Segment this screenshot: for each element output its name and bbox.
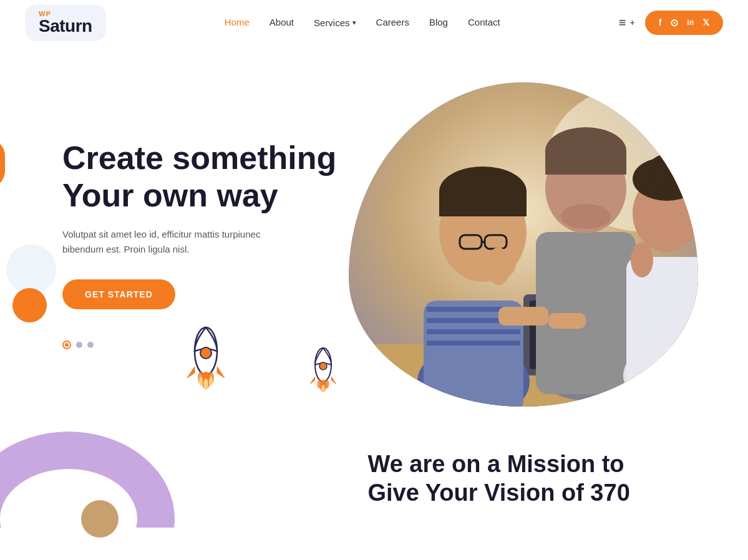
nav-blog[interactable]: Blog bbox=[429, 17, 448, 27]
logo-name: Saturn bbox=[39, 17, 92, 35]
hero-description: Volutpat sit amet leo id, efficitur matt… bbox=[62, 227, 287, 257]
svg-rect-57 bbox=[548, 313, 586, 329]
facebook-icon[interactable]: f bbox=[659, 17, 662, 27]
svg-rect-38 bbox=[439, 191, 527, 216]
navbar: WP Saturn Home About Services Careers Bl… bbox=[0, 0, 748, 45]
svg-point-7 bbox=[209, 377, 213, 385]
svg-point-9 bbox=[319, 362, 327, 370]
svg-rect-45 bbox=[536, 232, 636, 394]
hero-content: Create something Your own way Volutpat s… bbox=[62, 140, 349, 349]
svg-point-55 bbox=[631, 243, 653, 278]
blob-orange-top bbox=[0, 138, 5, 188]
purple-arc bbox=[0, 432, 175, 556]
nav-right: ≡+ f ⊙ in 𝕏 bbox=[619, 11, 723, 35]
svg-rect-35 bbox=[427, 340, 520, 345]
hero-section: Create something Your own way Volutpat s… bbox=[0, 45, 748, 432]
rocket-large-icon bbox=[181, 323, 231, 394]
svg-point-6 bbox=[203, 379, 208, 390]
rocket-small-icon bbox=[306, 345, 341, 397]
svg-point-13 bbox=[321, 385, 325, 392]
svg-point-49 bbox=[561, 204, 611, 229]
person-peek bbox=[81, 500, 119, 538]
hero-image-circle bbox=[349, 82, 698, 407]
get-started-button[interactable]: GET STARTED bbox=[62, 279, 175, 309]
svg-rect-51 bbox=[626, 257, 698, 394]
svg-point-54 bbox=[648, 154, 686, 185]
svg-rect-34 bbox=[427, 329, 520, 334]
svg-point-5 bbox=[199, 377, 203, 385]
dot-1[interactable] bbox=[62, 340, 71, 349]
svg-point-12 bbox=[325, 380, 329, 389]
nav-services[interactable]: Services bbox=[314, 17, 356, 28]
nav-about[interactable]: About bbox=[270, 17, 294, 27]
nav-careers[interactable]: Careers bbox=[376, 17, 409, 27]
nav-links: Home About Services Careers Blog Contact bbox=[225, 17, 500, 28]
blob-orange-bottom bbox=[12, 288, 47, 322]
blob-circle-light bbox=[6, 244, 56, 294]
linkedin-icon[interactable]: in bbox=[687, 18, 694, 27]
social-buttons: f ⊙ in 𝕏 bbox=[645, 11, 723, 35]
svg-point-1 bbox=[200, 347, 211, 359]
hamburger-menu[interactable]: ≡+ bbox=[619, 16, 635, 30]
mission-title: We are on a Mission to Give Your Vision … bbox=[368, 450, 699, 507]
nav-home[interactable]: Home bbox=[225, 17, 250, 27]
hero-image-area bbox=[349, 82, 698, 407]
hero-title: Create something Your own way bbox=[62, 140, 349, 215]
logo[interactable]: WP Saturn bbox=[25, 4, 106, 41]
instagram-icon[interactable]: ⊙ bbox=[670, 17, 678, 29]
nav-contact[interactable]: Contact bbox=[468, 17, 500, 27]
bottom-left-area bbox=[0, 432, 331, 556]
twitter-icon[interactable]: 𝕏 bbox=[702, 17, 709, 27]
svg-point-43 bbox=[493, 249, 516, 277]
bottom-section: We are on a Mission to Give Your Vision … bbox=[0, 432, 748, 556]
bottom-right-area: We are on a Mission to Give Your Vision … bbox=[331, 432, 749, 507]
dot-2[interactable] bbox=[76, 342, 82, 348]
svg-rect-56 bbox=[498, 307, 548, 326]
dot-3[interactable] bbox=[87, 342, 94, 348]
svg-rect-48 bbox=[545, 151, 626, 175]
